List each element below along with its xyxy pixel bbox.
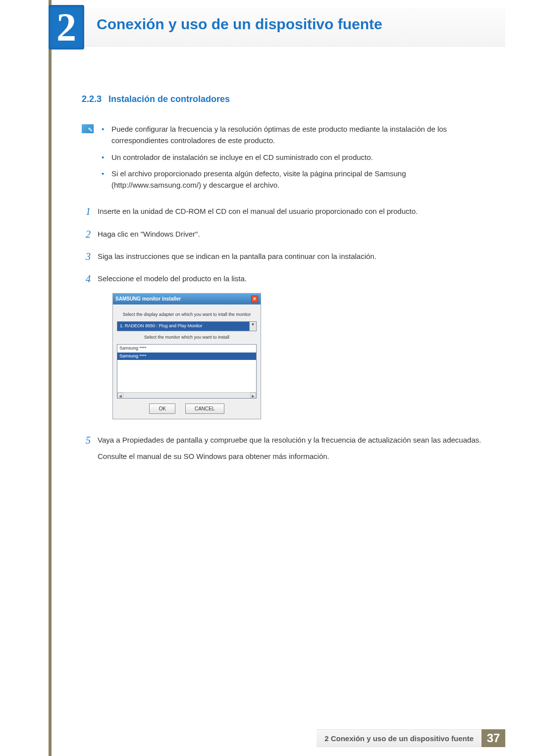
step-item: 2 Haga clic en "Windows Driver".: [82, 228, 495, 245]
steps-list: 1 Inserte en la unidad de CD-ROM el CD c…: [82, 205, 495, 467]
step-text: Inserte en la unidad de CD-ROM el CD con…: [98, 205, 418, 217]
step-text: Haga clic en "Windows Driver".: [98, 228, 200, 240]
note-icon: [82, 124, 94, 133]
horizontal-scrollbar[interactable]: ◄ ►: [117, 392, 256, 398]
step-number: 5: [82, 434, 91, 467]
section-heading: 2.2.3 Instalación de controladores: [82, 94, 495, 104]
adapter-select-value: 1. RADEON 9550 : Plug and Play Monitor: [117, 322, 249, 331]
step-item: 3 Siga las instrucciones que se indican …: [82, 251, 495, 267]
note-item: Si el archivo proporcionado presenta alg…: [102, 168, 495, 191]
scroll-right-icon[interactable]: ►: [250, 393, 256, 398]
dialog-label-adapter: Select the display adapter on which you …: [117, 311, 257, 318]
installer-dialog: SAMSUNG monitor installer × Select the d…: [112, 293, 261, 419]
step-item: 5 Vaya a Propiedades de pantalla y compr…: [82, 434, 495, 467]
step-text: Seleccione el modelo del producto en la …: [98, 273, 261, 284]
adapter-select[interactable]: 1. RADEON 9550 : Plug and Play Monitor ▼: [117, 321, 257, 331]
scroll-left-icon[interactable]: ◄: [117, 393, 123, 398]
dialog-buttons: OK CANCEL: [117, 403, 257, 414]
dialog-label-monitor: Select the monitor which you want to ins…: [117, 334, 257, 341]
note-list: Puede configurar la frecuencia y la reso…: [102, 123, 495, 196]
chapter-title: Conexión y uso de un dispositivo fuente: [97, 16, 382, 33]
section-number: 2.2.3: [82, 94, 102, 104]
chapter-number-box: 2: [49, 5, 84, 50]
step-number: 4: [82, 273, 91, 428]
step-extra-text: Consulte el manual de su SO Windows para…: [98, 451, 481, 462]
step-item: 1 Inserte en la unidad de CD-ROM el CD c…: [82, 205, 495, 222]
content-area: 2.2.3 Instalación de controladores Puede…: [82, 94, 495, 473]
step-item: 4 Seleccione el modelo del producto en l…: [82, 273, 495, 428]
chapter-number: 2: [56, 7, 76, 47]
page-number: 37: [482, 729, 505, 747]
list-item[interactable]: Samsung ****: [117, 345, 256, 353]
cancel-button[interactable]: CANCEL: [185, 403, 224, 414]
step-text: Vaya a Propiedades de pantalla y comprue…: [98, 434, 481, 446]
monitor-list[interactable]: Samsung **** Samsung **** ◄ ►: [117, 344, 257, 399]
step-text: Siga las instrucciones que se indican en…: [98, 251, 376, 262]
step-number: 1: [82, 205, 91, 222]
note-item: Puede configurar la frecuencia y la reso…: [102, 123, 495, 147]
left-stripe: [49, 0, 52, 756]
step-number: 2: [82, 228, 91, 245]
installer-dialog-wrap: SAMSUNG monitor installer × Select the d…: [112, 293, 261, 419]
dialog-body: Select the display adapter on which you …: [113, 304, 261, 419]
section-title: Instalación de controladores: [108, 94, 230, 104]
page-footer: 2 Conexión y uso de un dispositivo fuent…: [317, 729, 505, 747]
ok-button[interactable]: OK: [149, 403, 175, 414]
note-block: Puede configurar la frecuencia y la reso…: [82, 123, 495, 196]
footer-text: 2 Conexión y uso de un dispositivo fuent…: [317, 729, 482, 747]
list-item[interactable]: Samsung ****: [117, 353, 256, 360]
close-icon[interactable]: ×: [251, 296, 258, 302]
chevron-down-icon[interactable]: ▼: [249, 322, 256, 331]
note-item: Un controlador de instalación se incluye…: [102, 151, 495, 163]
dialog-titlebar: SAMSUNG monitor installer ×: [113, 294, 261, 304]
step-number: 3: [82, 251, 91, 267]
dialog-title: SAMSUNG monitor installer: [115, 295, 181, 303]
